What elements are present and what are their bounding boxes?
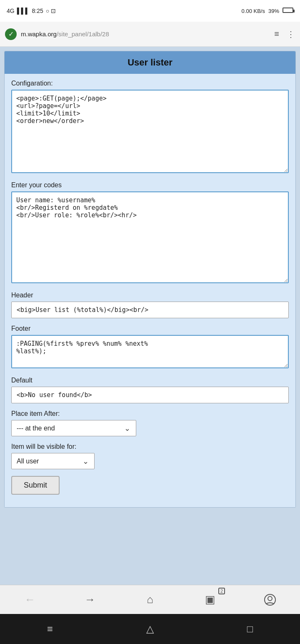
footer-field-group: Footer	[11, 325, 289, 370]
place-item-select[interactable]: --- at the end at the beginning after it…	[11, 420, 136, 436]
network-indicator: 4G	[7, 8, 15, 14]
submit-field-group: Submit	[11, 476, 289, 495]
home-button[interactable]: ⌂	[138, 589, 162, 610]
status-bar: 4G ▌▌▌ 8:25 ○ ⊡ 0.00 KB/s 39%	[0, 0, 300, 22]
footer-textarea[interactable]	[11, 335, 289, 368]
browser-nav-bar: ← → ⌂ ▣ 2	[0, 585, 300, 614]
place-item-label: Place item After:	[11, 410, 289, 418]
profile-icon	[264, 594, 276, 606]
header-field-group: Header	[11, 292, 289, 318]
browser-toolbar: ≡ ⋮	[274, 29, 295, 39]
default-field-group: Default	[11, 377, 289, 403]
default-label: Default	[11, 377, 289, 384]
signal-bars: ▌▌▌	[17, 8, 30, 14]
svg-point-1	[268, 596, 272, 601]
data-speed: 0.00 KB/s	[242, 8, 265, 14]
page-title: User lister	[128, 57, 172, 68]
header-input[interactable]	[11, 302, 289, 318]
status-right: 0.00 KB/s 39%	[242, 8, 293, 14]
submit-button[interactable]: Submit	[11, 476, 60, 495]
visible-for-select-wrapper: All user Logged in user Guest user Admin	[11, 453, 95, 469]
forward-button[interactable]: →	[78, 589, 102, 610]
form-body: Configaration: Enter your codes Header F…	[5, 74, 295, 507]
config-field-group: Configaration:	[11, 80, 289, 175]
android-nav-bar: ≡ △ □	[0, 614, 300, 644]
url-path: /site_panel/1alb/28	[57, 30, 109, 38]
config-label: Configaration:	[11, 80, 289, 87]
tabs-icon: ▣	[205, 593, 215, 606]
profile-button[interactable]	[258, 589, 282, 610]
visible-for-select[interactable]: All user Logged in user Guest user Admin	[11, 453, 95, 469]
security-shield-icon: ✓	[5, 28, 17, 40]
status-left: 4G ▌▌▌ 8:25 ○ ⊡	[7, 8, 56, 14]
battery-icon	[282, 8, 293, 14]
android-home-button[interactable]: △	[138, 616, 162, 641]
browser-bar: ✓ m.wapka.org/site_panel/1alb/28 ≡ ⋮	[0, 22, 300, 47]
config-textarea[interactable]	[11, 90, 289, 173]
notification-icons: ○ ⊡	[46, 8, 56, 14]
codes-field-group: Enter your codes	[11, 181, 289, 285]
footer-label: Footer	[11, 325, 289, 332]
visible-for-label: Item will be visible for:	[11, 443, 289, 450]
header-label: Header	[11, 292, 289, 299]
url-bar[interactable]: m.wapka.org/site_panel/1alb/28	[21, 30, 270, 38]
time: 8:25	[32, 8, 43, 14]
user-lister-card: User lister Configaration: Enter your co…	[4, 51, 296, 508]
url-host: m.wapka.org	[21, 30, 57, 38]
battery-pct: 39%	[268, 8, 279, 14]
place-item-field-group: Place item After: --- at the end at the …	[11, 410, 289, 436]
tabs-count: 2	[218, 588, 225, 594]
page-title-bar: User lister	[5, 51, 295, 74]
android-back-button[interactable]: □	[238, 616, 262, 641]
main-content: User lister Configaration: Enter your co…	[0, 47, 300, 585]
tabs-button[interactable]: ▣ 2	[198, 589, 222, 610]
visible-for-field-group: Item will be visible for: All user Logge…	[11, 443, 289, 469]
more-options-icon[interactable]: ⋮	[287, 29, 295, 39]
codes-label: Enter your codes	[11, 181, 289, 189]
android-menu-button[interactable]: ≡	[38, 616, 62, 641]
reader-mode-icon[interactable]: ≡	[274, 29, 279, 39]
codes-textarea[interactable]	[11, 191, 289, 283]
default-input[interactable]	[11, 387, 289, 403]
place-item-select-wrapper: --- at the end at the beginning after it…	[11, 420, 136, 436]
back-button[interactable]: ←	[18, 589, 42, 610]
